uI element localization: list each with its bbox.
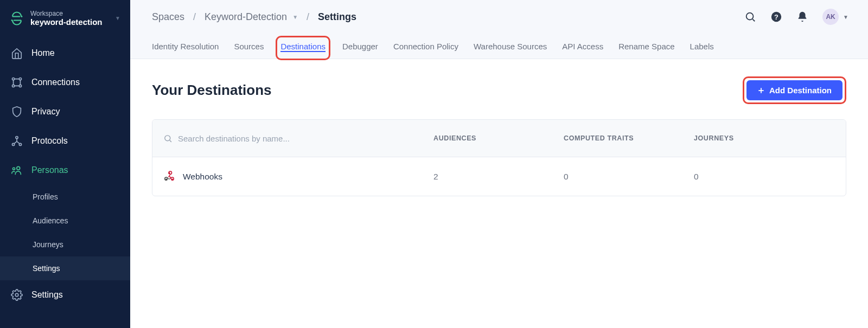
svg-point-17 — [165, 178, 168, 181]
destination-name: Webhooks — [183, 172, 222, 182]
chevron-down-icon: ▼ — [843, 14, 848, 20]
cell-computed-traits: 0 — [564, 172, 694, 182]
topbar-header: Spaces / Keyword-Detection ▼ / Settings … — [130, 0, 868, 34]
subnav-journeys[interactable]: Journeys — [0, 233, 130, 256]
sidebar-item-label: Home — [31, 48, 55, 58]
svg-point-7 — [12, 143, 14, 145]
personas-icon — [11, 164, 23, 176]
svg-point-5 — [19, 85, 21, 87]
col-journeys: JOURNEYS — [694, 134, 835, 142]
tab-warehouse-sources[interactable]: Warehouse Sources — [474, 40, 547, 53]
main-area: Spaces / Keyword-Detection ▼ / Settings … — [130, 0, 868, 328]
content: Your Destinations Add Destination AUDIEN… — [130, 59, 868, 328]
help-icon[interactable]: ? — [770, 11, 782, 23]
sidebar-item-connections[interactable]: Connections — [0, 68, 130, 97]
breadcrumb-current: Settings — [318, 11, 356, 23]
tab-labels[interactable]: Labels — [690, 40, 714, 53]
svg-point-3 — [19, 78, 21, 80]
tab-debugger[interactable]: Debugger — [342, 40, 378, 53]
sidebar-item-label: Personas — [31, 165, 68, 175]
content-header: Your Destinations Add Destination — [152, 76, 846, 104]
breadcrumb-space-dropdown[interactable]: Keyword-Detection ▼ — [205, 11, 298, 23]
cell-journeys: 0 — [694, 172, 835, 182]
svg-point-8 — [19, 143, 21, 145]
chevron-down-icon: ▼ — [292, 14, 298, 20]
sidebar-item-settings[interactable]: Settings — [0, 280, 130, 310]
search-cell — [163, 134, 433, 143]
destinations-table: AUDIENCES COMPUTED TRAITS JOURNEYS Webho… — [152, 119, 846, 196]
workspace-name: keyword-detection — [30, 17, 103, 27]
svg-point-10 — [12, 168, 15, 170]
protocols-icon — [11, 135, 23, 147]
breadcrumb-sep: / — [307, 11, 309, 23]
cell-audiences: 2 — [433, 172, 564, 182]
sidebar-item-label: Protocols — [31, 136, 68, 146]
destination-name-cell: Webhooks — [163, 171, 433, 183]
highlight-ring-destinations: Destinations — [276, 36, 330, 60]
gear-icon — [11, 289, 23, 301]
webhooks-icon — [163, 171, 175, 183]
sidebar: Workspace keyword-detection ▼ Home Conne… — [0, 0, 130, 328]
svg-point-2 — [12, 78, 14, 80]
svg-point-16 — [168, 172, 170, 174]
tab-rename-space[interactable]: Rename Space — [618, 40, 674, 53]
tab-sources[interactable]: Sources — [234, 40, 264, 53]
search-icon — [163, 134, 173, 143]
col-audiences: AUDIENCES — [433, 134, 564, 142]
breadcrumb-spaces[interactable]: Spaces — [152, 11, 184, 23]
home-icon — [11, 47, 23, 59]
workspace-label: Workspace — [30, 10, 103, 17]
svg-point-18 — [171, 178, 173, 181]
shield-icon — [11, 106, 23, 118]
personas-submenu: Profiles Audiences Journeys Settings — [0, 185, 130, 280]
tabs-row: Identity Resolution Sources Destinations… — [130, 34, 868, 59]
sidebar-item-protocols[interactable]: Protocols — [0, 126, 130, 156]
sidebar-item-label: Connections — [31, 78, 80, 87]
svg-point-12 — [746, 13, 754, 20]
svg-point-15 — [165, 135, 170, 140]
svg-text:?: ? — [774, 13, 778, 21]
avatar: AK — [822, 9, 839, 25]
user-menu[interactable]: AK ▼ — [822, 9, 848, 25]
chevron-down-icon: ▼ — [115, 15, 120, 21]
sidebar-item-label: Settings — [31, 290, 63, 300]
sidebar-nav: Home Connections Privacy Protocols Perso… — [0, 38, 130, 328]
table-row[interactable]: Webhooks 2 0 0 — [152, 157, 846, 196]
svg-point-6 — [16, 136, 18, 138]
tab-connection-policy[interactable]: Connection Policy — [393, 40, 458, 53]
sidebar-item-home[interactable]: Home — [0, 38, 130, 68]
svg-point-11 — [15, 293, 18, 297]
search-input[interactable] — [178, 134, 395, 143]
svg-point-4 — [12, 85, 14, 87]
tab-destinations[interactable]: Destinations — [280, 42, 326, 52]
sidebar-item-privacy[interactable]: Privacy — [0, 97, 130, 126]
add-destination-button[interactable]: Add Destination — [746, 80, 843, 100]
table-header: AUDIENCES COMPUTED TRAITS JOURNEYS — [152, 120, 846, 157]
highlight-ring-add-destination: Add Destination — [743, 76, 846, 104]
page-title: Your Destinations — [152, 82, 272, 99]
tab-api-access[interactable]: API Access — [562, 40, 603, 53]
col-computed-traits: COMPUTED TRAITS — [564, 134, 694, 142]
svg-point-9 — [17, 166, 20, 170]
workspace-text: Workspace keyword-detection — [30, 10, 103, 27]
tab-identity-resolution[interactable]: Identity Resolution — [152, 40, 219, 53]
plus-icon — [757, 87, 765, 94]
connections-icon — [11, 76, 23, 88]
workspace-switcher[interactable]: Workspace keyword-detection ▼ — [0, 0, 130, 38]
logo-icon — [10, 11, 24, 25]
breadcrumb-sep: / — [193, 11, 196, 23]
bell-icon[interactable] — [796, 11, 808, 23]
topbar: Spaces / Keyword-Detection ▼ / Settings … — [130, 0, 868, 59]
sidebar-item-personas[interactable]: Personas — [0, 156, 130, 185]
subnav-profiles[interactable]: Profiles — [0, 185, 130, 209]
search-icon[interactable] — [744, 11, 756, 23]
topbar-tools: ? AK ▼ — [744, 9, 848, 25]
breadcrumb-space-name: Keyword-Detection — [205, 11, 287, 23]
breadcrumb: Spaces / Keyword-Detection ▼ / Settings — [152, 11, 356, 23]
subnav-audiences[interactable]: Audiences — [0, 209, 130, 233]
subnav-settings[interactable]: Settings — [0, 256, 130, 280]
sidebar-item-label: Privacy — [31, 107, 60, 117]
